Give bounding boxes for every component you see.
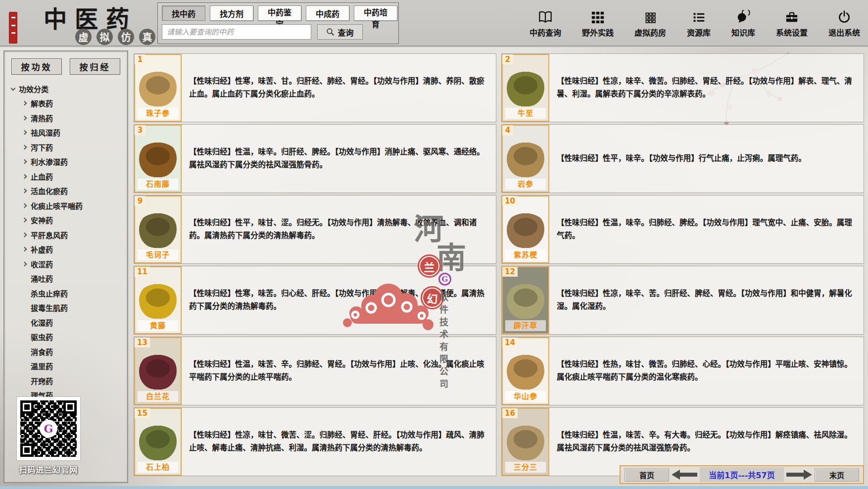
- herb-card-珠子参[interactable]: 1珠子参【性味归经】性寒，味苦、甘。归肝经、肺经、胃经。【功效与作用】清肺、养阴…: [134, 53, 496, 122]
- herb-photo: 16三分三: [502, 408, 549, 476]
- main-content: 按功效按归经 功效分类 解表药清热药祛风湿药泻下药利水渗湿药止血药活血化瘀药化痰…: [0, 48, 868, 486]
- nav-中药查询[interactable]: 中药查询: [530, 8, 561, 38]
- nav-野外实践[interactable]: 野外实践: [582, 8, 614, 38]
- herb-card-石上柏[interactable]: 15石上柏【性味归经】性凉，味甘、微苦、涩。归肺经、胃经、肝经。【功效与作用】疏…: [134, 407, 496, 476]
- herb-name: 毛诃子: [138, 249, 178, 260]
- herb-number: 1: [135, 54, 145, 64]
- chevron-right-icon: [22, 203, 27, 208]
- tree-item-清热药[interactable]: 清热药: [9, 111, 122, 126]
- herb-card-华山参[interactable]: 14华山参【性味归经】性热，味甘、微苦。归肺经、心经。【功效与作用】平喘止咳、安…: [501, 337, 864, 405]
- tree-item-化湿药[interactable]: 化湿药: [9, 315, 122, 330]
- tree-item-利水渗湿药[interactable]: 利水渗湿药: [9, 154, 122, 169]
- list-icon: [691, 8, 706, 24]
- tree-item-驱虫药[interactable]: 驱虫药: [9, 330, 122, 344]
- herb-photo: 15石上柏: [134, 408, 182, 476]
- herb-card-牛至[interactable]: 2牛至【性味归经】性凉，味辛、微苦。归肺经、胃经、肝经。【功效与作用】解表、理气…: [501, 53, 864, 122]
- chevron-right-icon: [22, 218, 27, 223]
- previous-page-arrow-icon[interactable]: [672, 470, 697, 480]
- grid-icon: [590, 8, 605, 24]
- tree-item-解表药[interactable]: 解表药: [9, 96, 122, 111]
- nav-资源库[interactable]: 资源库: [687, 8, 711, 38]
- herb-card-白兰花[interactable]: 13白兰花【性味归经】性温，味苦、辛。归肺经、胃经。【功效与作用】止咳、化浊。属…: [134, 337, 496, 405]
- first-page-button[interactable]: 首页: [625, 468, 669, 482]
- chevron-right-icon: [22, 115, 27, 120]
- herb-number: 13: [135, 338, 150, 347]
- pagination-bar: 首页 当前1页---共57页 末页: [620, 465, 864, 484]
- pharmacy-grid-icon: [643, 8, 657, 24]
- herb-description: 【性味归经】性平，味甘、涩。归经无。【功效与作用】清热解毒、收敛养血、调和诸药。…: [182, 196, 496, 263]
- tree-item-收涩药[interactable]: 收涩药: [9, 257, 122, 272]
- tree-item-补虚药[interactable]: 补虚药: [9, 242, 122, 257]
- tree-item-杀虫止痒药[interactable]: 杀虫止痒药: [9, 286, 122, 301]
- tree-item-涌吐药[interactable]: 涌吐药: [9, 271, 122, 286]
- herb-number: 3: [135, 125, 145, 135]
- tab-中药鉴定[interactable]: 中药鉴定: [258, 5, 301, 21]
- herb-description: 【性味归经】性寒，味苦、甘。归肝经、肺经、胃经。【功效与作用】清肺、养阴、散瘀止…: [182, 54, 496, 122]
- herb-name: 石南藤: [138, 179, 178, 190]
- chevron-right-icon: [22, 261, 27, 266]
- tree-item-止血药[interactable]: 止血药: [9, 169, 122, 184]
- search-tabs: 找中药找方剂中药鉴定中成药中药培育: [162, 5, 394, 21]
- tree-root-efficacy[interactable]: 功效分类: [9, 80, 122, 96]
- herb-card-紫苏梗[interactable]: 10紫苏梗【性味归经】性温，味辛。归肺经、脾经。【功效与作用】理气宽中、止痛、安…: [501, 195, 864, 264]
- herb-description: 【性味归经】性温，味辛。归肝经、脾经。【功效与作用】消肿止痛、驱风寒、通经络。属…: [182, 125, 496, 193]
- nav-退出系统[interactable]: 退出系统: [828, 8, 860, 38]
- herb-photo: 1珠子参: [134, 54, 182, 122]
- query-button[interactable]: 查询: [317, 24, 363, 40]
- tab-找方剂[interactable]: 找方剂: [210, 5, 253, 21]
- tree-item-消食药[interactable]: 消食药: [9, 344, 122, 359]
- chevron-right-icon: [22, 247, 27, 252]
- nav-虚拟药房[interactable]: 虚拟药房: [634, 8, 666, 38]
- category-tree: 解表药清热药祛风湿药泻下药利水渗湿药止血药活血化瘀药化痰止咳平喘药安神药平肝息风…: [9, 96, 122, 417]
- tree-item-泻下药[interactable]: 泻下药: [9, 140, 122, 155]
- filter-button-按归经[interactable]: 按归经: [70, 58, 120, 75]
- herb-photo: 3石南藤: [134, 125, 182, 193]
- tree-item-化痰止咳平喘药[interactable]: 化痰止咳平喘药: [9, 198, 122, 213]
- herb-description: 【性味归经】性凉，味甘、微苦、涩。归肺经、胃经、肝经。【功效与作用】疏风、清肺止…: [182, 408, 496, 476]
- herb-description: 【性味归经】性凉，味辛、微苦。归肺经、胃经、肝经。【功效与作用】解表、理气、清暑…: [549, 54, 864, 122]
- tree-item-拔毒生肌药[interactable]: 拔毒生肌药: [9, 300, 122, 315]
- herb-number: 15: [135, 408, 150, 418]
- herb-card-辟汗草[interactable]: 12辟汗草【性味归经】性凉，味辛、苦。归肝经、脾经、胃经。【功效与作用】和中健胃…: [501, 266, 864, 335]
- nav-系统设置[interactable]: 系统设置: [776, 8, 808, 38]
- herb-name: 牛至: [505, 108, 546, 119]
- herb-number: 9: [135, 196, 145, 206]
- lanhuan-logo-icon: G: [40, 420, 57, 438]
- tree-item-平肝息风药[interactable]: 平肝息风药: [9, 228, 122, 243]
- filter-buttons: 按功效按归经: [9, 57, 122, 80]
- logo-subtitle-char: 虚: [75, 29, 92, 45]
- tab-中药培育[interactable]: 中药培育: [354, 5, 397, 21]
- tree-item-开窍药[interactable]: 开窍药: [9, 374, 122, 389]
- herb-photo: 4岩参: [502, 125, 549, 193]
- herb-card-黄藤[interactable]: 11黄藤【性味归经】性寒，味苦。归心经、肝经。【功效与作用】清热解毒、泻火通便。…: [134, 266, 496, 335]
- search-input[interactable]: [162, 24, 311, 40]
- search-panel: 找中药找方剂中药鉴定中成药中药培育 查询: [157, 2, 399, 44]
- herb-description: 【性味归经】性热，味甘、微苦。归肺经、心经。【功效与作用】平喘止咳、安神镇惊。属…: [549, 337, 864, 405]
- herb-card-毛诃子[interactable]: 9毛诃子【性味归经】性平，味甘、涩。归经无。【功效与作用】清热解毒、收敛养血、调…: [134, 195, 496, 264]
- herb-description: 【性味归经】性温，味辛。归肺经、脾经。【功效与作用】理气宽中、止痛、安胎。属理气…: [549, 196, 864, 263]
- chat-icon: [736, 8, 751, 24]
- last-page-button[interactable]: 末页: [815, 468, 859, 482]
- nav-知识库[interactable]: 知识库: [731, 8, 755, 38]
- herb-card-石南藤[interactable]: 3石南藤【性味归经】性温，味辛。归肝经、脾经。【功效与作用】消肿止痛、驱风寒、通…: [134, 124, 496, 193]
- next-page-arrow-icon[interactable]: [786, 470, 812, 480]
- power-icon: [837, 8, 851, 24]
- herb-description: 【性味归经】性凉，味辛、苦。归肝经、脾经、胃经。【功效与作用】和中健胃，解暑化湿…: [549, 266, 864, 334]
- tab-找中药[interactable]: 找中药: [162, 5, 205, 21]
- chevron-right-icon: [22, 101, 27, 106]
- herb-description: 【性味归经】性平，味辛。【功效与作用】行气止痛，止泻痢。属理气药。: [549, 125, 864, 193]
- bottom-edge-band: [0, 486, 868, 489]
- tab-中成药[interactable]: 中成药: [306, 5, 349, 21]
- page-status: 当前1页---共57页: [700, 467, 783, 482]
- tree-item-活血化瘀药[interactable]: 活血化瘀药: [9, 184, 122, 198]
- herb-card-岩参[interactable]: 4岩参【性味归经】性平，味辛。【功效与作用】行气止痛，止泻痢。属理气药。: [501, 124, 864, 193]
- herb-number: 14: [502, 338, 518, 347]
- qr-code: G: [17, 397, 80, 460]
- tree-item-祛风湿药[interactable]: 祛风湿药: [9, 125, 122, 140]
- tree-item-温里药[interactable]: 温里药: [9, 359, 122, 374]
- herb-number: 2: [502, 54, 513, 64]
- red-seal-icon: [9, 12, 17, 44]
- qr-block: G 扫码进兰幻官网: [8, 397, 89, 475]
- tree-item-安神药[interactable]: 安神药: [9, 213, 122, 228]
- filter-button-按功效[interactable]: 按功效: [11, 58, 62, 75]
